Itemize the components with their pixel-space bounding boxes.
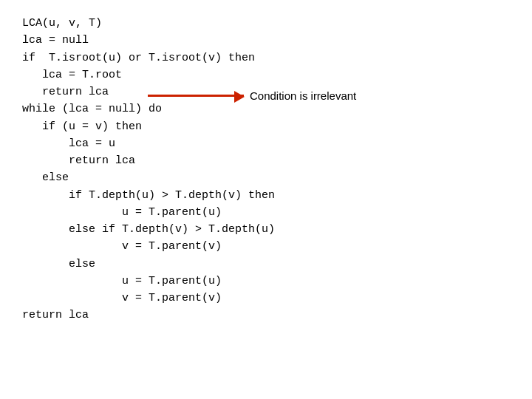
annotation-container: Condition is irrelevant <box>148 87 356 104</box>
code-line-10: else <box>22 169 510 186</box>
code-line-12: u = T.parent(u) <box>22 204 510 221</box>
code-line-14: v = T.parent(v) <box>22 238 510 255</box>
code-block: LCA(u, v, T) lca = null if T.isroot(u) o… <box>0 0 532 339</box>
code-line-15: else <box>22 256 510 273</box>
code-line-17: v = T.parent(v) <box>22 290 510 307</box>
code-line-7: if (u = v) then <box>22 118 510 135</box>
code-line-11: if T.depth(u) > T.depth(v) then <box>22 187 510 204</box>
code-line-3: if T.isroot(u) or T.isroot(v) then <box>22 50 510 66</box>
code-line-9: return lca <box>22 152 510 169</box>
code-line-1: LCA(u, v, T) <box>22 15 510 32</box>
annotation-label: Condition is irrelevant <box>250 87 356 104</box>
code-line-13: else if T.depth(v) > T.depth(u) <box>22 221 510 238</box>
code-line-4: lca = T.root <box>22 66 510 83</box>
code-line-16: u = T.parent(u) <box>22 273 510 290</box>
annotation-arrow <box>148 95 244 97</box>
code-line-2: lca = null <box>22 32 510 49</box>
code-line-8: lca = u <box>22 135 510 152</box>
code-line-18: return lca <box>22 307 510 324</box>
